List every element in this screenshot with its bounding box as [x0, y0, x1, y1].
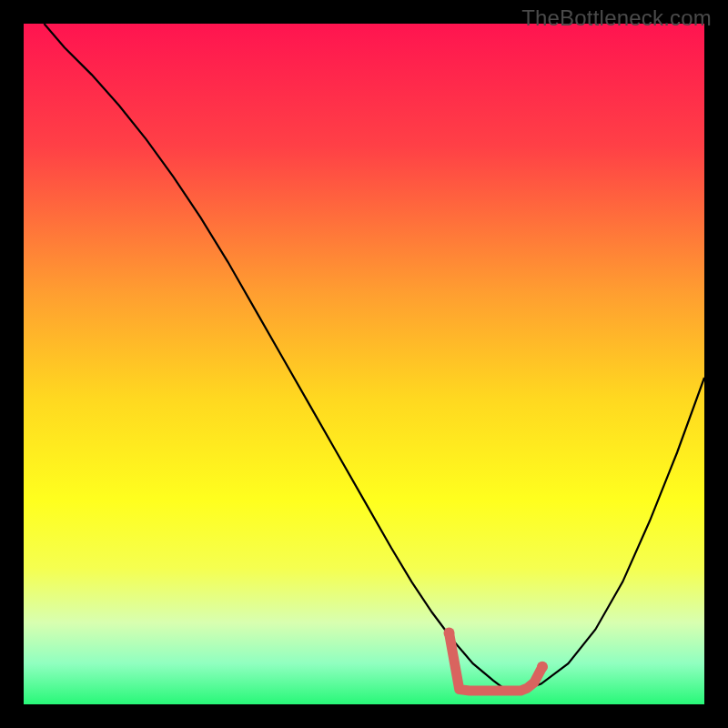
marker-dot: [537, 662, 548, 672]
chart-frame: TheBottleneck.com: [0, 0, 728, 728]
marker-dot: [444, 627, 455, 638]
plot-area: [24, 24, 704, 704]
plot-svg: [24, 24, 704, 704]
gradient-background: [24, 24, 704, 704]
watermark-text: TheBottleneck.com: [521, 5, 712, 31]
